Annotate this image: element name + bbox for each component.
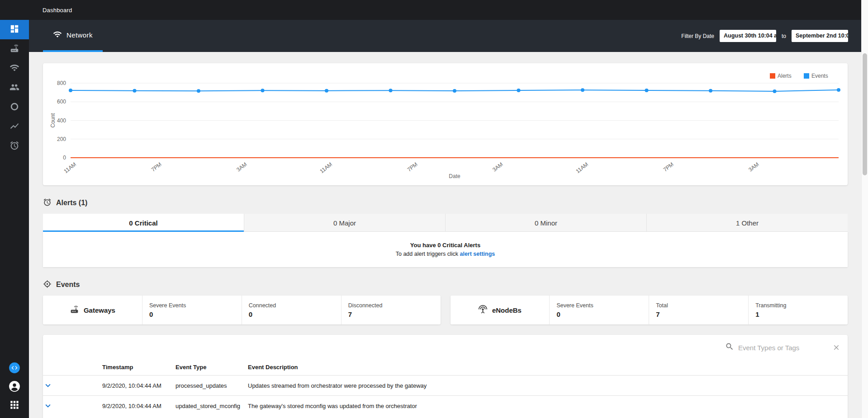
event-search bbox=[725, 342, 840, 353]
alert-settings-link[interactable]: alert settings bbox=[460, 251, 495, 257]
dashboard-icon bbox=[9, 24, 19, 36]
alert-severity-tabs: 0 Critical 0 Major 0 Minor 1 Other bbox=[43, 214, 848, 232]
svg-text:11AM: 11AM bbox=[318, 161, 333, 174]
tab-major[interactable]: 0 Major bbox=[244, 214, 446, 232]
sidebar-item-tracing[interactable] bbox=[0, 98, 29, 117]
metric-value: 0 bbox=[149, 310, 235, 318]
metric-transmitting: Transmitting 1 bbox=[749, 296, 848, 324]
sidebar-item-subscribers[interactable] bbox=[0, 78, 29, 98]
date-to-input[interactable]: September 2nd 10:04 bbox=[792, 30, 848, 42]
sidebar-item-alarms[interactable] bbox=[0, 136, 29, 156]
metric-label: Disconnected bbox=[348, 302, 434, 309]
apps-grid-icon bbox=[9, 399, 20, 413]
svg-text:Date: Date bbox=[449, 173, 460, 179]
cell-timestamp: 9/2/2020, 10:04:44 AM bbox=[102, 376, 175, 396]
show-chart-icon bbox=[9, 121, 19, 133]
svg-text:600: 600 bbox=[57, 99, 66, 105]
clear-search-icon[interactable] bbox=[832, 343, 840, 352]
code-icon bbox=[9, 362, 20, 376]
col-event-description: Event Description bbox=[248, 360, 848, 376]
cell-event-description: Updates streamed from orchestrator were … bbox=[248, 376, 848, 396]
search-icon bbox=[725, 342, 734, 353]
svg-text:3AM: 3AM bbox=[747, 161, 760, 173]
col-timestamp: Timestamp bbox=[102, 360, 175, 376]
sidebar-item-network[interactable] bbox=[0, 59, 29, 78]
enodebs-card-label: eNodeBs bbox=[492, 306, 522, 314]
metric-label: Transmitting bbox=[755, 302, 841, 309]
gateways-summary-card: Gateways Severe Events 0 Connected 0 Dis… bbox=[43, 296, 441, 324]
gateways-card-label: Gateways bbox=[84, 306, 115, 314]
main-column: Dashboard Network Filter By Date August … bbox=[29, 0, 868, 418]
vertical-scrollbar[interactable] bbox=[861, 0, 868, 418]
page-title: Dashboard bbox=[43, 7, 72, 14]
cell-event-type: updated_stored_mconfig bbox=[175, 396, 248, 416]
events-title: Events bbox=[56, 281, 80, 289]
table-row: 9/2/2020, 10:04:44 AM processed_updates … bbox=[43, 376, 848, 396]
sidebar-item-gateways[interactable] bbox=[0, 39, 29, 59]
sidebar-item-api[interactable] bbox=[0, 363, 29, 375]
metric-value: 7 bbox=[656, 310, 741, 318]
metric-value: 0 bbox=[556, 310, 642, 318]
expand-row-button[interactable] bbox=[43, 380, 99, 390]
tab-minor[interactable]: 0 Minor bbox=[446, 214, 647, 232]
expand-row-button[interactable] bbox=[43, 401, 99, 411]
enodebs-card-title: eNodeBs bbox=[451, 296, 550, 324]
svg-text:11AM: 11AM bbox=[574, 161, 589, 174]
svg-text:11AM: 11AM bbox=[62, 161, 77, 174]
enodebs-summary-card: eNodeBs Severe Events 0 Total 7 Transmit… bbox=[451, 296, 848, 324]
target-icon bbox=[43, 280, 52, 290]
wifi-icon bbox=[9, 63, 19, 75]
metric-value: 1 bbox=[755, 310, 841, 318]
svg-text:3AM: 3AM bbox=[235, 161, 248, 173]
network-header: Network Filter By Date August 30th 10:04… bbox=[29, 20, 868, 52]
cell-timestamp: 9/2/2020, 10:04:44 AM bbox=[102, 396, 175, 416]
event-summary-cards: Gateways Severe Events 0 Connected 0 Dis… bbox=[43, 296, 848, 324]
antenna-icon bbox=[478, 305, 488, 315]
alerts-empty-subtitle: To add alert triggers click alert settin… bbox=[396, 251, 495, 257]
sidebar-item-metrics[interactable] bbox=[0, 117, 29, 136]
people-icon bbox=[9, 82, 19, 94]
sidebar bbox=[0, 0, 29, 418]
alerts-empty-panel: You have 0 Critical Alerts To add alert … bbox=[43, 232, 848, 267]
sidebar-item-apps[interactable] bbox=[0, 400, 29, 412]
svg-text:Events: Events bbox=[811, 73, 828, 79]
search-input[interactable] bbox=[737, 343, 829, 352]
metric-connected: Connected 0 bbox=[242, 296, 342, 324]
table-row: 9/2/2020, 10:04:44 AM updated_stored_mco… bbox=[43, 396, 848, 416]
alarm-icon bbox=[43, 198, 52, 208]
sidebar-bottom bbox=[0, 363, 29, 412]
scrollbar-thumb[interactable] bbox=[863, 53, 867, 175]
events-table-card: Timestamp Event Type Event Description 9… bbox=[43, 335, 848, 418]
events-table-header-row: Timestamp Event Type Event Description bbox=[43, 360, 848, 376]
alarm-icon bbox=[9, 141, 19, 152]
filter-by-date-label: Filter By Date bbox=[681, 33, 714, 39]
sidebar-item-dashboard[interactable] bbox=[0, 20, 29, 39]
col-event-type: Event Type bbox=[175, 360, 248, 376]
metric-value: 7 bbox=[348, 310, 434, 318]
metric-severe-events: Severe Events 0 bbox=[550, 296, 649, 324]
svg-text:7PM: 7PM bbox=[662, 161, 675, 173]
svg-text:0: 0 bbox=[63, 155, 66, 161]
alerts-events-chart: 020040060080011AM7PM3AM11AM7PM3AM11AM7PM… bbox=[48, 68, 842, 180]
alerts-empty-title: You have 0 Critical Alerts bbox=[410, 242, 480, 249]
cell-event-description: The gateway's stored mconfig was updated… bbox=[248, 396, 848, 416]
tab-network[interactable]: Network bbox=[43, 20, 103, 52]
tab-other[interactable]: 1 Other bbox=[647, 214, 848, 232]
alerts-section-heading: Alerts (1) bbox=[43, 197, 848, 208]
date-filter: Filter By Date August 30th 10:04 a to Se… bbox=[681, 30, 868, 42]
tab-critical[interactable]: 0 Critical bbox=[43, 214, 244, 232]
gateway-icon bbox=[70, 305, 79, 315]
date-from-input[interactable]: August 30th 10:04 a bbox=[720, 30, 776, 42]
app-root: Dashboard Network Filter By Date August … bbox=[0, 0, 868, 418]
gateways-card-title: Gateways bbox=[43, 296, 142, 324]
metric-label: Severe Events bbox=[556, 302, 642, 309]
to-label: to bbox=[782, 33, 786, 39]
donut-icon bbox=[9, 102, 19, 113]
metric-label: Total bbox=[656, 302, 741, 309]
sidebar-item-account[interactable] bbox=[0, 381, 29, 393]
metric-total: Total 7 bbox=[649, 296, 749, 324]
metric-label: Severe Events bbox=[149, 302, 235, 309]
svg-text:Count: Count bbox=[50, 113, 56, 128]
events-table: Timestamp Event Type Event Description 9… bbox=[43, 360, 848, 416]
sidebar-top-spacer bbox=[0, 0, 29, 20]
